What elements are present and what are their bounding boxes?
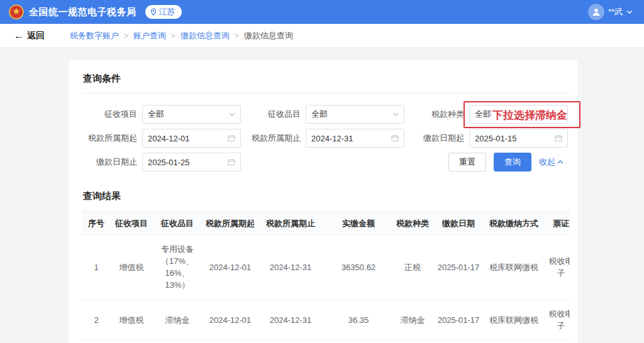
tax-type-select[interactable]: 全部 下拉选择滞纳金: [469, 105, 568, 124]
payment-date-start-input[interactable]: 2025-01-15: [469, 129, 568, 148]
table-row: 3城市维护建设税市区（增值税附征）2024-12-012024-12-31127…: [82, 340, 570, 343]
results-table-header: 序号 征收项目 征收品目 税款所属期起 税款所属期止 实缴金额 税款种类 缴款日…: [82, 213, 570, 235]
col-header-levy-project: 征收项目: [111, 213, 152, 235]
query-form: 征收项目 全部 征收品目 全部 税款种类 全部 下拉选择滞纳: [82, 105, 570, 172]
table-cell: 市区（增值税附征）: [152, 340, 203, 343]
period-start-date-input[interactable]: 2024-12-01: [142, 129, 241, 148]
location-label: 江苏: [159, 6, 175, 18]
table-row: 2增值税滞纳金2024-12-012024-12-3136.35滞纳金2025-…: [82, 300, 570, 340]
table-cell: 税收电子: [542, 340, 570, 343]
breadcrumb-separator: >: [235, 31, 239, 40]
chevron-up-icon: [557, 160, 564, 165]
breadcrumb-item[interactable]: 税务数字账户: [70, 30, 119, 41]
content-card: 查询条件 征收项目 全部 征收品目 全部 税款种类 全部: [69, 60, 577, 343]
avatar: [588, 4, 604, 20]
col-header-levy-item: 征收品目: [152, 213, 203, 235]
col-header-certificate: 票证: [542, 213, 570, 235]
form-actions: 重置 查询 收起: [409, 153, 572, 172]
col-header-payment-date: 缴款日期: [431, 213, 486, 235]
field-label: 缴款日期起: [409, 133, 464, 144]
location-pin-icon: [150, 8, 157, 16]
date-value: 2025-01-15: [475, 134, 551, 143]
table-cell: 1272.27: [323, 340, 394, 343]
levy-project-select[interactable]: 全部: [142, 105, 241, 124]
select-value: 全部: [148, 109, 225, 120]
field-label: 征收品目: [245, 109, 301, 120]
table-cell: 2025-01-17: [431, 300, 486, 340]
app-header: 全国统一规范电子税务局 江苏 **武: [0, 0, 644, 24]
back-label: 返回: [27, 30, 45, 41]
breadcrumb-item[interactable]: 缴款信息查询: [180, 30, 230, 41]
table-cell: 2024-12-31: [258, 300, 323, 340]
col-header-index: 序号: [82, 213, 111, 235]
table-cell: 2: [82, 300, 111, 340]
breadcrumb-separator: >: [124, 31, 128, 40]
collapse-toggle[interactable]: 收起: [539, 156, 564, 168]
table-cell: 2024-12-01: [203, 340, 258, 343]
person-icon: [591, 7, 601, 17]
reset-button[interactable]: 重置: [448, 153, 486, 172]
user-menu[interactable]: **武: [588, 4, 633, 20]
table-cell: 税库联网缴税: [486, 300, 542, 340]
table-cell: 2025-01-17: [431, 340, 486, 343]
table-cell: 增值税: [111, 300, 152, 340]
field-tax-type: 税款种类 全部 下拉选择滞纳金: [409, 105, 572, 124]
chevron-down-icon: [392, 112, 399, 117]
col-header-payment-method: 税款缴纳方式: [486, 213, 542, 235]
table-cell: 滞纳金: [152, 300, 203, 340]
breadcrumb-separator: >: [171, 31, 175, 40]
col-header-period-end: 税款所属期止: [258, 213, 323, 235]
table-cell: 税收电子: [542, 300, 570, 340]
table-cell: 2024-12-01: [203, 300, 258, 340]
table-cell: 36.35: [323, 300, 394, 340]
field-period-start: 税款所属期起 2024-12-01: [82, 129, 245, 148]
calendar-icon: [391, 134, 399, 142]
chevron-down-icon: [229, 112, 235, 117]
table-cell: 2024-12-31: [258, 235, 323, 300]
table-cell: 2025-01-17: [431, 235, 486, 300]
results-table-body: 1增值税专用设备（17%、16%、13%）2024-12-012024-12-3…: [82, 235, 570, 343]
col-header-period-start: 税款所属期起: [203, 213, 258, 235]
collapse-label: 收起: [539, 156, 555, 168]
calendar-icon: [228, 134, 235, 142]
field-payment-date-end: 缴款日期止 2025-01-25: [82, 153, 245, 172]
table-cell: 滞纳金: [394, 300, 431, 340]
table-cell: 2024-12-01: [203, 235, 258, 300]
calendar-icon: [228, 158, 235, 166]
calendar-icon: [555, 134, 562, 142]
field-label: 税款种类: [409, 109, 464, 120]
table-cell: 1: [82, 235, 111, 300]
field-payment-date-start: 缴款日期起 2025-01-15: [409, 129, 572, 148]
search-button[interactable]: 查询: [494, 153, 531, 172]
table-cell: 3: [82, 340, 111, 343]
location-badge[interactable]: 江苏: [145, 5, 182, 19]
table-cell: 税库联网缴税: [486, 340, 542, 343]
breadcrumb: 税务数字账户 > 账户查询 > 缴款信息查询 > 缴款信息查询: [70, 30, 293, 41]
table-cell: 税库联网缴税: [486, 235, 542, 300]
breadcrumb-item[interactable]: 账户查询: [133, 30, 166, 41]
table-cell: 增值税: [111, 235, 152, 300]
levy-item-select[interactable]: 全部: [306, 105, 404, 124]
field-label: 缴款日期止: [82, 156, 137, 168]
table-cell: 城市维护建设税: [111, 340, 152, 343]
breadcrumb-item-current: 缴款信息查询: [244, 30, 293, 41]
header-left: 全国统一规范电子税务局 江苏: [9, 4, 182, 19]
date-value: 2024-12-31: [311, 134, 387, 143]
payment-date-end-input[interactable]: 2025-01-25: [142, 153, 241, 172]
chevron-down-icon: [626, 9, 633, 14]
field-levy-item: 征收品目 全部: [245, 105, 409, 124]
user-name: **武: [608, 6, 623, 18]
back-button[interactable]: ← 返回: [14, 30, 45, 41]
field-label: 税款所属期起: [82, 133, 137, 144]
field-label: 税款所属期止: [245, 133, 301, 144]
select-value: 全部: [475, 109, 562, 120]
back-arrow-icon: ←: [14, 31, 24, 41]
results-table-wrap: 序号 征收项目 征收品目 税款所属期起 税款所属期止 实缴金额 税款种类 缴款日…: [82, 212, 570, 343]
period-end-date-input[interactable]: 2024-12-31: [306, 129, 404, 148]
date-value: 2025-01-25: [148, 158, 224, 167]
table-cell: 正税: [394, 235, 431, 300]
table-cell: 正税: [394, 340, 431, 343]
table-row: 1增值税专用设备（17%、16%、13%）2024-12-012024-12-3…: [82, 235, 570, 300]
field-label: 征收项目: [82, 109, 137, 120]
table-cell: 税收电子: [542, 235, 570, 300]
